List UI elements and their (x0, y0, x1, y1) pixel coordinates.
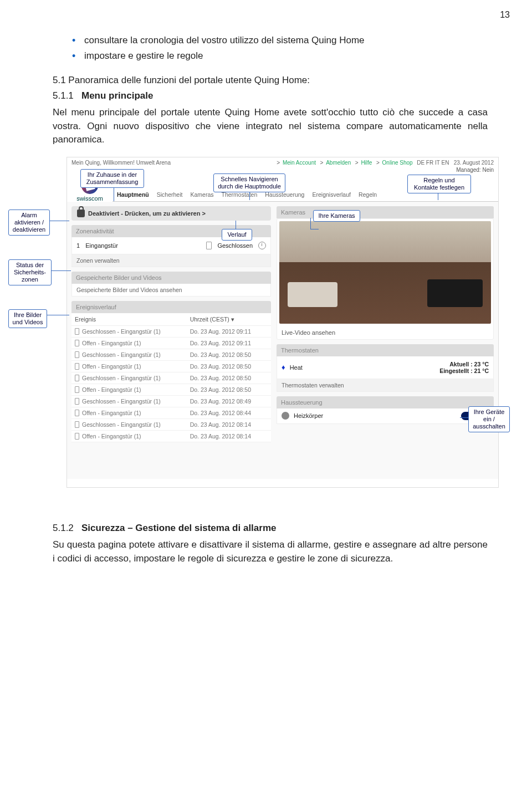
alarm-status-text: Deaktiviert - Drücken, um zu aktivieren … (88, 210, 206, 217)
date-text: 23. August 2012 (454, 160, 494, 166)
door-icon (75, 351, 79, 358)
event-cell: Geschlossen - Eingangstür (1) (71, 326, 187, 338)
annotation-status: Status derSicherheits-zonen (8, 259, 52, 286)
thermostat-manage-link[interactable]: Thermostaten verwalten (277, 379, 494, 392)
table-row: Offen - Eingangstür (1)Do. 23 Aug. 2012 … (71, 384, 271, 396)
door-icon (206, 242, 212, 249)
thermostat-setpoint: Eingestellt : 21 °C (439, 367, 489, 374)
clock-icon (258, 242, 266, 249)
thermostat-current: Aktuell : 23 °C (439, 361, 489, 367)
nav-shop-link[interactable]: Online Shop (382, 160, 413, 166)
time-cell: Do. 23 Aug. 2012 08:49 (187, 396, 271, 407)
section-header-events: Ereignisverlauf (71, 301, 271, 313)
bullet-list: consultare la cronologia del vostro util… (72, 33, 488, 63)
events-table: Ereignis Uhrzeit (CEST) ▾ Geschlossen - … (71, 313, 271, 443)
table-row: Offen - Eingangstür (1)Do. 23 Aug. 2012 … (71, 361, 271, 372)
time-cell: Do. 23 Aug. 2012 08:50 (187, 349, 271, 361)
nav-logout-link[interactable]: Abmelden (326, 160, 351, 166)
tab-haussteuerung[interactable]: Haussteuerung (265, 191, 304, 201)
time-cell: Do. 23 Aug. 2012 09:11 (187, 325, 271, 338)
automation-device-name: Heizkörper (294, 412, 323, 419)
page-number: 13 (500, 10, 510, 20)
table-row: Geschlossen - Eingangstür (1)Do. 23 Aug.… (71, 372, 271, 384)
automation-row: Heizkörper Aus > (277, 408, 494, 424)
time-cell: Do. 23 Aug. 2012 08:50 (187, 384, 271, 396)
annotation-navigation: Schnelles Navigierendurch die Hauptmodul… (213, 173, 285, 192)
nav-account-link[interactable]: Mein Account (283, 160, 316, 166)
door-icon (75, 386, 79, 393)
section-header-thermo: Thermostaten (277, 344, 494, 356)
annotation-regeln: Regeln undKontakte festlegen (407, 175, 471, 193)
annotation-geraete: Ihre Geräteein /ausschalten (468, 406, 510, 433)
door-icon (75, 398, 79, 405)
tab-thermostaten[interactable]: Thermostaten (221, 191, 257, 201)
annotation-alarm: Alarmaktivieren /deaktivieren (8, 210, 50, 236)
section-header-cameras: Kameras (277, 206, 494, 218)
tab-ereignisverlauf[interactable]: Ereignisverlauf (312, 191, 350, 201)
paragraph-5-1-2: Su questa pagina potete attivare e disat… (53, 538, 488, 565)
zone-state: Geschlossen (217, 242, 253, 249)
tab-kameras[interactable]: Kameras (190, 191, 213, 201)
table-row: Offen - Eingangstür (1)Do. 23 Aug. 2012 … (71, 431, 271, 442)
heading-5-1: 5.1 Panoramica delle funzioni del portal… (53, 75, 488, 86)
zones-manage-link[interactable]: Zonen verwalten (71, 254, 271, 267)
flame-icon: ♦ (282, 363, 285, 371)
door-icon (75, 340, 79, 346)
annotation-kameras: Ihre Kameras (313, 210, 360, 222)
events-col-time[interactable]: Uhrzeit (CEST) ▾ (187, 313, 271, 326)
section-header-media: Gespeicherte Bilder und Videos (71, 272, 271, 284)
event-cell: Offen - Eingangstür (1) (71, 361, 187, 372)
tab-regeln[interactable]: Regeln (359, 191, 377, 201)
heading-number: 5.1.2 (53, 523, 74, 533)
top-bar: Mein Quing, Willkommen! Umwelt Arena > M… (67, 157, 498, 167)
time-cell: Do. 23 Aug. 2012 08:50 (187, 361, 271, 372)
media-view-link[interactable]: Gespeicherte Bilder und Videos ansehen (71, 284, 271, 297)
time-cell: Do. 23 Aug. 2012 08:14 (187, 419, 271, 431)
camera-box: Live-Video ansehen (277, 218, 494, 340)
door-icon (75, 363, 79, 370)
time-cell: Do. 23 Aug. 2012 09:11 (187, 338, 271, 349)
greeting-text: Mein Quing, Willkommen! Umwelt Arena (71, 160, 171, 166)
heading-title: Menu principale (81, 90, 153, 101)
thermostat-name: Heat (290, 364, 303, 371)
paragraph-5-1-1: Nel menu principale del portale utente Q… (53, 106, 488, 147)
zone-number: 1 (76, 242, 80, 249)
heading-number: 5.1.1 (53, 90, 74, 101)
alarm-toggle-bar[interactable]: Deaktiviert - Drücken, um zu aktivieren … (71, 206, 271, 221)
event-cell: Offen - Eingangstür (1) (71, 407, 187, 419)
bullet-item: consultare la cronologia del vostro util… (72, 33, 488, 48)
live-video-link[interactable]: Live-Video ansehen (277, 326, 493, 339)
lang-switch[interactable]: DE FR IT EN (417, 160, 449, 166)
tab-sicherheit[interactable]: Sicherheit (157, 191, 183, 201)
annotation-zuhause: Ihr Zuhause in derZusammenfassung (80, 169, 144, 188)
thermostat-row: ♦ Heat Aktuell : 23 °C Eingestellt : 21 … (277, 356, 494, 379)
time-cell: Do. 23 Aug. 2012 08:44 (187, 407, 271, 419)
door-icon (75, 433, 79, 440)
table-row: Geschlossen - Eingangstür (1)Do. 23 Aug.… (71, 349, 271, 361)
nav-help-link[interactable]: Hilfe (361, 160, 372, 166)
events-col-event: Ereignis (71, 313, 187, 326)
event-cell: Geschlossen - Eingangstür (1) (71, 372, 187, 384)
event-cell: Geschlossen - Eingangstür (1) (71, 396, 187, 407)
time-cell: Do. 23 Aug. 2012 08:14 (187, 431, 271, 442)
heading-5-1-1: 5.1.1 Menu principale (53, 90, 488, 101)
camera-image (279, 221, 491, 324)
tab-hauptmenu[interactable]: Hauptmenü (117, 191, 149, 201)
table-row: Offen - Eingangstür (1)Do. 23 Aug. 2012 … (71, 407, 271, 419)
app-window: Mein Quing, Willkommen! Umwelt Arena > M… (66, 157, 499, 488)
door-icon (75, 421, 79, 428)
section-header-automation: Haussteuerung (277, 396, 494, 408)
event-cell: Offen - Eingangstür (1) (71, 431, 187, 442)
annotation-bilder: Ihre Bilderund Videos (8, 309, 47, 328)
event-cell: Offen - Eingangstür (1) (71, 384, 187, 396)
event-cell: Offen - Eingangstür (1) (71, 338, 187, 349)
door-icon (75, 410, 79, 416)
table-row: Offen - Eingangstür (1)Do. 23 Aug. 2012 … (71, 338, 271, 349)
screenshot-figure: Ihr Zuhause in derZusammenfassung Schnel… (8, 157, 510, 500)
door-icon (75, 328, 79, 335)
event-cell: Geschlossen - Eingangstür (1) (71, 349, 187, 361)
lock-icon (77, 210, 85, 217)
event-cell: Geschlossen - Eingangstür (1) (71, 419, 187, 431)
table-row: Geschlossen - Eingangstür (1)Do. 23 Aug.… (71, 325, 271, 338)
bullet-item: impostare e gestire le regole (72, 49, 488, 63)
